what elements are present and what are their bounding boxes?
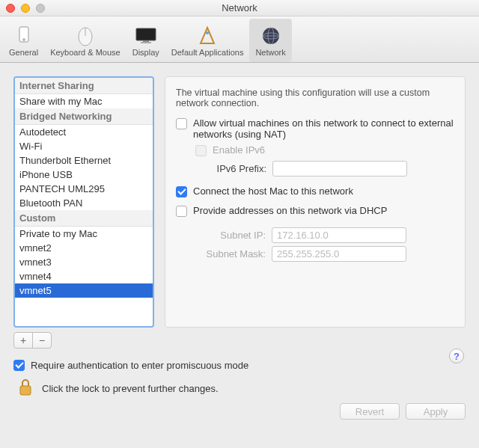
sidebar-item[interactable]: Thunderbolt Ethernet <box>15 153 153 168</box>
svg-rect-6 <box>141 42 151 43</box>
add-remove-buttons: + − <box>13 332 154 349</box>
allow-nat-checkbox[interactable] <box>176 118 187 129</box>
auth-label: Require authentication to enter promiscu… <box>31 360 248 371</box>
panel-description: The virtual machine using this configura… <box>176 88 454 108</box>
display-icon <box>134 24 158 48</box>
svg-rect-4 <box>136 28 156 40</box>
help-button[interactable]: ? <box>449 349 464 363</box>
toolbar-default-apps[interactable]: Default Applications <box>165 19 250 62</box>
sidebar-item[interactable]: Autodetect <box>15 125 153 139</box>
add-button[interactable]: + <box>13 332 33 349</box>
toolbar: General Keyboard & Mouse Display Default… <box>0 16 479 63</box>
lock-icon[interactable] <box>16 377 34 400</box>
dhcp-checkbox[interactable] <box>176 206 187 217</box>
lock-label: Click the lock to prevent further change… <box>42 383 219 394</box>
settings-panel: The virtual machine using this configura… <box>165 76 466 328</box>
sidebar-item[interactable]: vmnet2 <box>15 241 153 255</box>
network-icon <box>259 24 283 48</box>
toolbar-display[interactable]: Display <box>126 19 165 62</box>
revert-button[interactable]: Revert <box>340 403 400 420</box>
toolbar-general[interactable]: General <box>3 19 44 62</box>
sidebar-item[interactable]: PANTECH UML295 <box>15 182 153 196</box>
sidebar-item[interactable]: vmnet4 <box>15 269 153 283</box>
sidebar-header: Internet Sharing <box>15 78 153 94</box>
content-area: Internet SharingShare with my MacBridged… <box>0 63 479 353</box>
sidebar-item[interactable]: vmnet5 <box>15 283 153 298</box>
footer: Require authentication to enter promiscu… <box>0 353 479 429</box>
subnet-ip-row: Subnet IP: <box>191 227 454 243</box>
mouse-icon <box>73 24 97 48</box>
action-buttons: Revert Apply <box>13 403 466 420</box>
enable-ipv6-row: Enable IPv6 <box>195 144 454 156</box>
sidebar-item[interactable]: vmnet3 <box>15 255 153 269</box>
ipv6-prefix-input[interactable] <box>272 161 407 177</box>
toolbar-keyboard-mouse[interactable]: Keyboard & Mouse <box>44 19 126 62</box>
connect-host-label: Connect the host Mac to this network <box>193 185 353 197</box>
auth-row: Require authentication to enter promiscu… <box>13 359 466 371</box>
sidebar-item[interactable]: Wi-Fi <box>15 139 153 153</box>
toolbar-label: General <box>9 48 38 57</box>
toolbar-label: Default Applications <box>171 48 244 57</box>
toolbar-network[interactable]: Network <box>249 19 291 62</box>
subnet-mask-input <box>272 246 406 262</box>
enable-ipv6-checkbox <box>195 145 207 156</box>
apply-button[interactable]: Apply <box>406 403 466 420</box>
window-title: Network <box>0 2 479 13</box>
subnet-mask-label: Subnet Mask: <box>191 248 266 260</box>
subnet-ip-label: Subnet IP: <box>191 230 266 241</box>
subnet-ip-input <box>272 227 406 243</box>
svg-point-7 <box>206 31 209 34</box>
ipv6-prefix-label: IPv6 Prefix: <box>210 163 266 174</box>
sidebar-item[interactable]: iPhone USB <box>15 168 153 182</box>
applications-icon <box>195 24 219 48</box>
connect-host-row: Connect the host Mac to this network <box>176 185 454 197</box>
connect-host-checkbox[interactable] <box>176 186 187 197</box>
allow-nat-label: Allow virtual machines on this network t… <box>193 117 454 140</box>
titlebar: Network <box>0 0 479 16</box>
svg-rect-5 <box>143 40 149 42</box>
sidebar-item[interactable]: Private to my Mac <box>15 227 153 241</box>
sidebar-header: Bridged Networking <box>15 108 153 125</box>
dhcp-row: Provide addresses on this network via DH… <box>176 205 454 217</box>
enable-ipv6-label: Enable IPv6 <box>213 144 265 156</box>
general-icon <box>12 24 36 48</box>
remove-button[interactable]: − <box>32 332 52 349</box>
ipv6-prefix-row: IPv6 Prefix: <box>210 161 454 177</box>
sidebar-item[interactable]: Bluetooth PAN <box>15 196 153 210</box>
svg-rect-12 <box>20 386 31 395</box>
toolbar-label: Keyboard & Mouse <box>50 48 120 57</box>
sidebar-item[interactable]: Share with my Mac <box>15 94 153 108</box>
dhcp-label: Provide addresses on this network via DH… <box>193 205 387 216</box>
network-list[interactable]: Internet SharingShare with my MacBridged… <box>13 76 154 328</box>
lock-row: Click the lock to prevent further change… <box>16 377 466 400</box>
auth-checkbox[interactable] <box>13 360 25 371</box>
toolbar-label: Display <box>132 48 159 57</box>
allow-nat-row: Allow virtual machines on this network t… <box>176 117 454 140</box>
sidebar-header: Custom <box>15 210 153 227</box>
subnet-mask-row: Subnet Mask: <box>191 246 454 262</box>
toolbar-label: Network <box>255 48 285 57</box>
svg-point-1 <box>22 38 25 41</box>
